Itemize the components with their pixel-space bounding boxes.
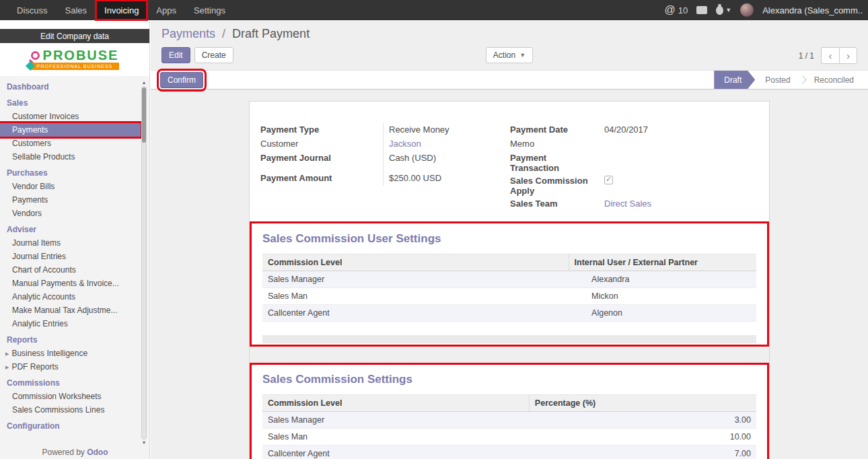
odoo-brand-link[interactable]: Odoo xyxy=(87,448,108,457)
sidebar-item-manual-payments[interactable]: Manual Payments & Invoice... xyxy=(0,277,141,290)
sidebar-item-vendors[interactable]: Vendors xyxy=(0,207,141,220)
sidebar-header-sales[interactable]: Sales xyxy=(0,94,141,110)
scroll-down-icon[interactable]: ▼ xyxy=(142,439,147,446)
menu-apps[interactable]: Apps xyxy=(147,0,185,20)
sidebar-header-dashboard[interactable]: Dashboard xyxy=(0,77,141,94)
edit-button[interactable]: Edit xyxy=(161,47,190,63)
breadcrumb-separator: / xyxy=(222,27,225,40)
cell-commission-level[interactable]: Sales Manager xyxy=(262,271,569,288)
memo-value xyxy=(599,137,758,151)
topbar: Discuss Sales Invoicing Apps Settings @ … xyxy=(0,0,868,20)
column-header-commission-level[interactable]: Commission Level xyxy=(262,254,569,271)
sidebar-item-customer-invoices[interactable]: Customer Invoices xyxy=(0,110,141,123)
powered-by: Powered by Odoo xyxy=(0,448,150,457)
sidebar-item-business-intelligence[interactable]: ▶Business Intelligence xyxy=(0,347,141,360)
table-row[interactable]: Sales Manager Alexandra xyxy=(262,271,756,288)
table-row[interactable]: Callcenter Agent 7.00 xyxy=(262,446,756,459)
commission-user-settings-section: Sales Commission User Settings Commissio… xyxy=(250,221,769,347)
field-sales-commission-apply: Sales Commission Apply xyxy=(510,174,758,197)
cell-percentage[interactable]: 3.00 xyxy=(529,412,756,429)
cell-user[interactable]: Alexandra xyxy=(569,271,756,288)
sidebar: Edit Company data PROBUSE PROFESSIONAL B… xyxy=(0,20,150,459)
status-posted[interactable]: Posted xyxy=(755,71,800,89)
cell-user[interactable]: Algenon xyxy=(569,305,756,322)
cell-commission-level[interactable]: Sales Man xyxy=(262,429,529,446)
menu-discuss[interactable]: Discuss xyxy=(8,0,57,20)
debug-menu[interactable]: ▼ xyxy=(716,6,731,15)
cell-user[interactable]: Mickon xyxy=(569,288,756,305)
sidebar-item-sellable-products[interactable]: Sellable Products xyxy=(0,150,141,164)
sidebar-item-analytic-entries[interactable]: Analytic Entries xyxy=(0,317,141,330)
sidebar-header-configuration[interactable]: Configuration xyxy=(0,417,141,433)
logo-banner: PROFESSIONAL BUSINESS xyxy=(30,63,120,70)
sales-team-link[interactable]: Direct Sales xyxy=(604,199,651,209)
cell-commission-level[interactable]: Callcenter Agent xyxy=(262,446,529,459)
pager: 1 / 1 ‹ › xyxy=(533,47,857,64)
field-payment-journal: Payment Journal Cash (USD) xyxy=(260,151,510,166)
sidebar-item-sales-commissions-lines[interactable]: Sales Commissions Lines xyxy=(0,403,141,417)
sidebar-item-chart-of-accounts[interactable]: Chart of Accounts xyxy=(0,263,141,277)
scroll-up-icon[interactable]: ▲ xyxy=(142,79,147,86)
table-header-row: Commission Level Percentage (%) xyxy=(262,395,756,412)
cell-commission-level[interactable]: Sales Manager xyxy=(262,412,529,429)
sidebar-header-commissions[interactable]: Commissions xyxy=(0,374,141,390)
cell-percentage[interactable]: 10.00 xyxy=(529,429,756,446)
edit-company-data-button[interactable]: Edit Company data xyxy=(0,29,149,43)
sidebar-header-adviser[interactable]: Adviser xyxy=(0,220,141,236)
sales-commission-apply-checkbox[interactable] xyxy=(604,176,613,184)
table-row[interactable]: Callcenter Agent Algenon xyxy=(262,305,756,322)
table-row[interactable]: Sales Man 10.00 xyxy=(262,429,756,446)
column-header-commission-level[interactable]: Commission Level xyxy=(262,395,529,412)
sidebar-header-reports[interactable]: Reports xyxy=(0,330,141,347)
column-header-internal-user[interactable]: Internal User / External Partner xyxy=(569,254,756,271)
sidebar-item-payments[interactable]: Payments xyxy=(0,123,141,137)
sidebar-item-purchase-payments[interactable]: Payments xyxy=(0,193,141,207)
pager-next-button[interactable]: › xyxy=(839,47,857,64)
field-payment-transaction: Payment Transaction xyxy=(510,151,758,174)
action-dropdown[interactable]: Action ▼ xyxy=(486,47,533,63)
sidebar-item-analytic-accounts[interactable]: Analytic Accounts xyxy=(0,290,141,304)
menu-settings[interactable]: Settings xyxy=(185,0,234,20)
avatar[interactable] xyxy=(740,3,754,17)
sidebar-item-journal-entries[interactable]: Journal Entries xyxy=(0,250,141,263)
payment-form: Payment Type Receive Money Customer Jack… xyxy=(260,123,758,211)
mentions-button[interactable]: @ 10 xyxy=(665,5,688,15)
sidebar-item-manual-tax-adjustments[interactable]: Make Manual Tax Adjustme... xyxy=(0,304,141,317)
sidebar-top: Edit Company data PROBUSE PROFESSIONAL B… xyxy=(0,20,149,76)
sidebar-item-label: Business Intelligence xyxy=(11,349,87,358)
sidebar-item-commission-worksheets[interactable]: Commission Worksheets xyxy=(0,390,141,403)
payment-date-value: 04/20/2017 xyxy=(599,123,758,137)
column-header-percentage[interactable]: Percentage (%) xyxy=(529,395,756,412)
create-button[interactable]: Create xyxy=(194,47,233,63)
menu-invoicing[interactable]: Invoicing xyxy=(96,0,147,20)
table-header-row: Commission Level Internal User / Externa… xyxy=(262,254,756,271)
status-draft[interactable]: Draft xyxy=(714,71,755,89)
sidebar-item-pdf-reports[interactable]: ▶PDF Reports xyxy=(0,360,141,374)
table-row[interactable]: Sales Man Mickon xyxy=(262,288,756,305)
sidebar-item-customers[interactable]: Customers xyxy=(0,137,141,150)
scrollbar-thumb[interactable] xyxy=(142,87,146,143)
sidebar-header-purchases[interactable]: Purchases xyxy=(0,164,141,180)
confirm-button[interactable]: Confirm xyxy=(160,72,203,88)
menu-sales[interactable]: Sales xyxy=(57,0,96,20)
status-reconciled[interactable]: Reconciled xyxy=(804,71,864,89)
sidebar-item-vendor-bills[interactable]: Vendor Bills xyxy=(0,180,141,193)
field-sales-team: Sales Team Direct Sales xyxy=(510,197,758,211)
cell-commission-level[interactable]: Callcenter Agent xyxy=(262,305,569,322)
cell-commission-level[interactable]: Sales Man xyxy=(262,288,569,305)
user-menu[interactable]: Alexandra (Sales_comm.. xyxy=(762,5,863,15)
messages-icon[interactable] xyxy=(696,6,707,14)
sidebar-scrollbar[interactable]: ▲ ▼ xyxy=(141,79,147,446)
breadcrumb-payments[interactable]: Payments xyxy=(161,27,215,40)
payment-journal-label: Payment Journal xyxy=(260,151,383,164)
customer-link[interactable]: Jackson xyxy=(389,139,421,149)
statusbar: Confirm Draft Posted Reconciled xyxy=(151,70,868,90)
company-logo[interactable]: PROBUSE PROFESSIONAL BUSINESS xyxy=(0,43,149,76)
table-row[interactable]: Sales Manager 3.00 xyxy=(262,412,756,429)
cell-percentage[interactable]: 7.00 xyxy=(529,446,756,459)
scrollbar-track[interactable] xyxy=(141,86,147,439)
sidebar-item-journal-items[interactable]: Journal Items xyxy=(0,236,141,250)
magnifier-icon xyxy=(31,51,40,60)
pager-previous-button[interactable]: ‹ xyxy=(821,47,839,64)
status-steps: Draft Posted Reconciled xyxy=(714,71,868,89)
